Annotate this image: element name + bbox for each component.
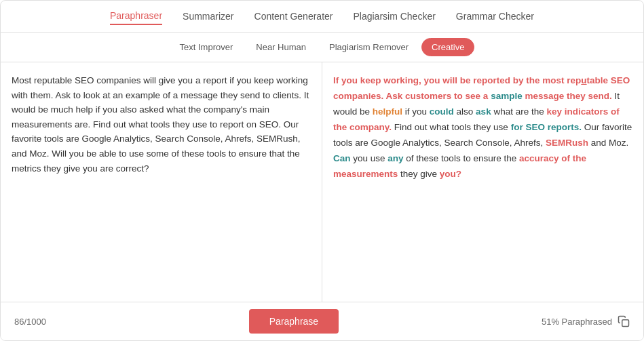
- nav-summarizer[interactable]: Summarizer: [183, 8, 233, 24]
- app-container: Paraphraser Summarizer Content Generater…: [0, 0, 644, 341]
- subnav-near-human[interactable]: Near Human: [246, 38, 316, 56]
- word-count: 86/1000: [14, 317, 46, 327]
- nav-grammar-checker[interactable]: Grammar Checker: [456, 8, 534, 24]
- output-text: If you keep working, you will be reporte…: [333, 73, 632, 182]
- subnav-creative[interactable]: Creative: [421, 38, 474, 56]
- top-nav: Paraphraser Summarizer Content Generater…: [1, 1, 643, 33]
- copy-icon[interactable]: [618, 315, 630, 327]
- subnav-text-improver[interactable]: Text Improver: [170, 38, 244, 56]
- copy-section: 51% Paraphrased: [542, 315, 630, 327]
- nav-content-generater[interactable]: Content Generater: [254, 8, 333, 24]
- right-panel: If you keep working, you will be reporte…: [322, 62, 643, 302]
- main-content: Most reputable SEO companies will give y…: [1, 62, 643, 302]
- nav-plagiarism-checker[interactable]: Plagiarsim Checker: [353, 8, 435, 24]
- paraphrased-percent: 51% Paraphrased: [542, 317, 612, 327]
- svg-rect-0: [622, 320, 629, 327]
- subnav-plagiarism-remover[interactable]: Plagiarism Remover: [319, 38, 419, 56]
- paraphrase-button[interactable]: Paraphrase: [249, 309, 339, 334]
- sub-nav: Text Improver Near Human Plagiarism Remo…: [1, 33, 643, 62]
- input-textarea[interactable]: Most reputable SEO companies will give y…: [12, 73, 311, 291]
- footer: 86/1000 Paraphrase 51% Paraphrased: [1, 302, 643, 340]
- nav-paraphraser[interactable]: Paraphraser: [110, 7, 162, 25]
- left-panel: Most reputable SEO companies will give y…: [1, 62, 322, 302]
